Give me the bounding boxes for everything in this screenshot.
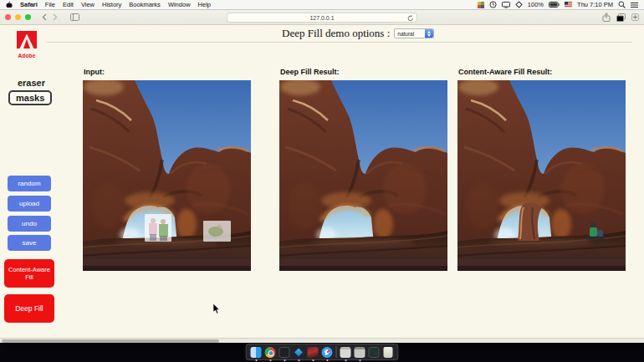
battery-percent: 100%: [528, 1, 544, 8]
input-image[interactable]: [83, 80, 251, 271]
search-icon[interactable]: [618, 1, 626, 8]
menu-item-bookmarks[interactable]: Bookmarks: [129, 1, 161, 8]
back-icon[interactable]: [42, 13, 47, 21]
minimized-window-2[interactable]: [355, 347, 365, 358]
menu-clock[interactable]: Thu 7:10 PM: [577, 1, 613, 8]
scrollbar-thumb[interactable]: [2, 339, 219, 343]
dropdown-arrows-icon: [425, 29, 433, 38]
virtualbox-icon[interactable]: [294, 347, 304, 358]
tab-overview-icon[interactable]: [616, 13, 626, 22]
battery-icon[interactable]: [549, 2, 560, 8]
adobe-logo-text: Adobe: [17, 53, 37, 59]
options-label: Deep Fill demo options :: [282, 27, 390, 40]
deep-fill-button[interactable]: Deep Fill: [4, 294, 54, 323]
menu-bar: Safari File Edit View History Bookmarks …: [0, 0, 644, 10]
adobe-logo: Adobe: [17, 31, 37, 59]
zoom-button[interactable]: [25, 14, 31, 20]
minimized-window-1[interactable]: [340, 347, 351, 358]
dock: [246, 344, 399, 360]
mouse-cursor: [212, 303, 220, 314]
deep-fill-result-label: Deep Fill Result:: [280, 68, 340, 76]
browser-toolbar: 127.0.0.1: [0, 10, 644, 25]
content-aware-fill-button[interactable]: Content-Aware Fill: [4, 259, 54, 288]
new-tab-icon[interactable]: [631, 13, 639, 21]
us-flag-icon[interactable]: [565, 2, 572, 8]
minimize-button[interactable]: [15, 14, 21, 20]
undo-button[interactable]: undo: [8, 216, 51, 232]
apple-icon[interactable]: [6, 1, 13, 8]
content-aware-result-label: Content-Aware Fill Result:: [458, 68, 552, 76]
finder-icon[interactable]: [251, 347, 262, 358]
photos-icon[interactable]: [308, 347, 319, 358]
menu-item-help[interactable]: Help: [198, 1, 211, 8]
desktop: Safari File Edit View History Bookmarks …: [0, 0, 644, 362]
deep-fill-result-image: [279, 80, 447, 271]
menu-item-file[interactable]: File: [45, 1, 55, 8]
masks-button[interactable]: masks: [8, 90, 52, 105]
eraser-tool[interactable]: eraser: [13, 78, 50, 88]
dock-separator: [336, 346, 337, 358]
menu-item-window[interactable]: Window: [168, 1, 191, 8]
options-dropdown[interactable]: natural: [394, 28, 434, 38]
dark-app-icon[interactable]: [369, 347, 380, 358]
clock-icon[interactable]: [489, 1, 497, 8]
menu-list-icon[interactable]: [631, 2, 638, 8]
reload-icon[interactable]: [407, 15, 414, 22]
horizontal-scrollbar[interactable]: [0, 338, 644, 343]
options-selected-value: natural: [397, 31, 414, 37]
random-button[interactable]: random: [8, 176, 51, 191]
divider: [46, 42, 632, 43]
safari-window: 127.0.0.1: [0, 10, 644, 343]
address-bar[interactable]: 127.0.0.1: [227, 13, 417, 23]
upload-button[interactable]: upload: [8, 196, 51, 212]
menu-item-edit[interactable]: Edit: [63, 1, 74, 8]
safari-icon[interactable]: [322, 347, 333, 358]
terminal-icon[interactable]: [279, 347, 290, 358]
adobe-logo-icon: [17, 31, 37, 48]
trash-icon[interactable]: [383, 347, 394, 358]
address-text: 127.0.0.1: [309, 15, 334, 21]
chrome-icon[interactable]: [265, 347, 276, 358]
sidebar-icon[interactable]: [70, 13, 79, 21]
share-icon[interactable]: [602, 13, 611, 22]
menu-item-history[interactable]: History: [102, 1, 121, 8]
content-aware-result-image: [457, 80, 626, 271]
forward-icon[interactable]: [53, 13, 58, 21]
status-app-icon[interactable]: [478, 2, 484, 8]
display-icon[interactable]: [502, 2, 510, 8]
save-button[interactable]: save: [8, 235, 51, 251]
menu-item-view[interactable]: View: [81, 1, 95, 8]
page-content: Adobe Deep Fill demo options : natural e…: [0, 25, 644, 342]
menu-item-safari[interactable]: Safari: [20, 1, 38, 8]
siri-icon[interactable]: [515, 1, 523, 8]
close-button[interactable]: [5, 14, 11, 20]
input-label: Input:: [84, 68, 105, 76]
